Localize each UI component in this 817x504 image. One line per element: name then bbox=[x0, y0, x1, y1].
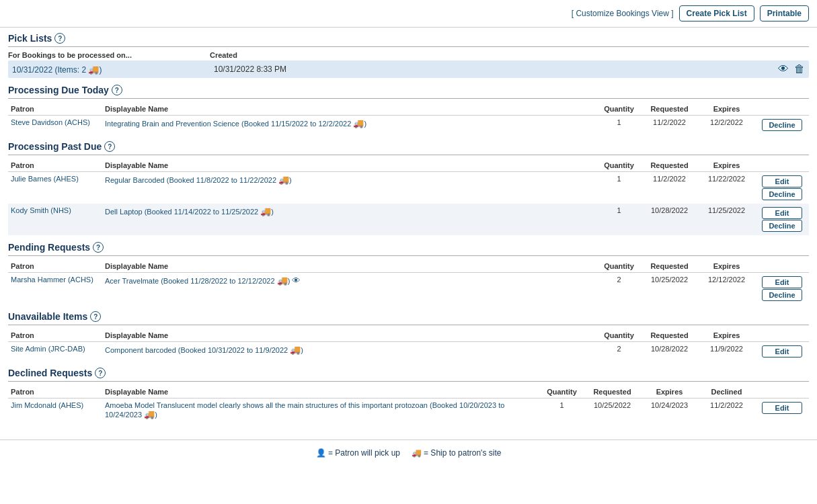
patron-link[interactable]: Jim Mcdonald (AHES) bbox=[11, 401, 83, 409]
processing-past-due-table: Patron Displayable Name Quantity Request… bbox=[8, 159, 809, 235]
th-patron: Patron bbox=[8, 329, 102, 342]
patron-link[interactable]: Steve Davidson (ACHS) bbox=[11, 118, 90, 126]
processing-past-due-title: Processing Past Due ? bbox=[8, 141, 809, 155]
th-expires: Expires bbox=[641, 386, 698, 398]
pick-lists-header: For Bookings to be processed on... Creat… bbox=[8, 51, 809, 59]
decline-button[interactable]: Decline bbox=[762, 220, 802, 232]
edit-button[interactable]: Edit bbox=[762, 402, 802, 414]
th-displayable-name: Displayable Name bbox=[102, 159, 597, 172]
item-name-cell: Acer Travelmate (Booked 11/28/2022 to 12… bbox=[102, 273, 597, 305]
table-row: Marsha Hammer (ACHS) Acer Travelmate (Bo… bbox=[8, 273, 809, 305]
table-row: Jim Mcdonald (AHES) Amoeba Model Translu… bbox=[8, 398, 809, 423]
th-patron: Patron bbox=[8, 159, 102, 172]
declined-requests-help-icon[interactable]: ? bbox=[95, 368, 106, 378]
ship-to-site-label: = Ship to patron's site bbox=[424, 448, 501, 458]
actions-cell: Edit Decline bbox=[755, 273, 809, 305]
item-link[interactable]: Regular Barcoded (Booked 11/8/2022 to 11… bbox=[105, 176, 292, 184]
expires-cell: 11/9/2022 bbox=[698, 342, 755, 362]
pending-requests-title: Pending Requests ? bbox=[8, 242, 809, 256]
unavailable-items-section: Unavailable Items ? Patron Displayable N… bbox=[8, 311, 809, 361]
th-quantity: Quantity bbox=[597, 329, 641, 342]
expires-cell: 11/22/2022 bbox=[698, 172, 755, 204]
th-actions bbox=[755, 329, 809, 342]
item-name-cell: Component barcoded (Booked 10/31/2022 to… bbox=[102, 342, 597, 362]
th-requested: Requested bbox=[641, 329, 698, 342]
th-expires: Expires bbox=[698, 260, 755, 273]
customize-bookings-link[interactable]: [ Customize Bookings View ] bbox=[572, 9, 674, 18]
patron-cell: Site Admin (JRC-DAB) bbox=[8, 342, 102, 362]
edit-button[interactable]: Edit bbox=[762, 207, 802, 219]
item-link[interactable]: Acer Travelmate (Booked 11/28/2022 to 12… bbox=[105, 277, 290, 285]
th-expires: Expires bbox=[698, 159, 755, 172]
view-icon[interactable]: 👁 bbox=[778, 63, 789, 75]
th-quantity: Quantity bbox=[597, 260, 641, 273]
th-patron: Patron bbox=[8, 103, 102, 116]
actions-cell: Decline bbox=[755, 116, 809, 135]
item-link[interactable]: Integrating Brain and Prevention Science… bbox=[105, 120, 366, 128]
truck-icon: 🚚 bbox=[353, 118, 364, 128]
decline-button[interactable]: Decline bbox=[762, 119, 802, 131]
th-quantity: Quantity bbox=[597, 159, 641, 172]
declined-requests-table: Patron Displayable Name Quantity Request… bbox=[8, 386, 809, 422]
actions-cell: Edit Decline bbox=[755, 172, 809, 204]
th-declined: Declined bbox=[698, 386, 755, 398]
item-link[interactable]: Dell Laptop (Booked 11/14/2022 to 11/25/… bbox=[105, 208, 274, 216]
expires-cell: 12/12/2022 bbox=[698, 273, 755, 305]
qty-cell: 1 bbox=[597, 116, 641, 135]
pick-list-date-link[interactable]: 10/31/2022 (Items: 2 🚚) bbox=[12, 65, 102, 75]
patron-link[interactable]: Site Admin (JRC-DAB) bbox=[11, 345, 85, 353]
patron-pickup-label: = Patron will pick up bbox=[328, 448, 400, 458]
patron-link[interactable]: Julie Barnes (AHES) bbox=[11, 175, 79, 183]
requested-cell: 10/25/2022 bbox=[641, 273, 698, 305]
pick-list-date: 10/31/2022 (Items: 2 🚚) bbox=[12, 65, 214, 75]
view-icon[interactable]: 👁 bbox=[292, 276, 301, 286]
truck-icon: 🚚 bbox=[144, 409, 155, 419]
pick-lists-section: Pick Lists ? For Bookings to be processe… bbox=[8, 33, 809, 78]
patron-cell: Julie Barnes (AHES) bbox=[8, 172, 102, 204]
edit-button[interactable]: Edit bbox=[762, 276, 802, 288]
processing-past-due-help-icon[interactable]: ? bbox=[104, 141, 115, 152]
qty-cell: 1 bbox=[540, 398, 584, 423]
delete-icon[interactable]: 🗑 bbox=[794, 63, 805, 75]
requested-cell: 11/2/2022 bbox=[641, 116, 698, 135]
th-actions bbox=[755, 386, 809, 398]
requested-cell: 10/28/2022 bbox=[641, 342, 698, 362]
processing-due-today-help-icon[interactable]: ? bbox=[112, 85, 122, 95]
create-pick-list-button[interactable]: Create Pick List bbox=[679, 5, 754, 22]
requested-cell: 10/25/2022 bbox=[584, 398, 641, 423]
pick-list-row: 10/31/2022 (Items: 2 🚚) 10/31/2022 8:33 … bbox=[8, 60, 809, 78]
edit-button[interactable]: Edit bbox=[762, 345, 802, 358]
unavailable-items-table: Patron Displayable Name Quantity Request… bbox=[8, 329, 809, 361]
th-requested: Requested bbox=[641, 260, 698, 273]
patron-cell: Marsha Hammer (ACHS) bbox=[8, 273, 102, 305]
pending-requests-help-icon[interactable]: ? bbox=[93, 242, 104, 253]
pick-lists-title: Pick Lists ? bbox=[8, 33, 809, 47]
requested-cell: 10/28/2022 bbox=[641, 204, 698, 235]
item-link[interactable]: Amoeba Model Translucent model clearly s… bbox=[105, 401, 504, 419]
declined-cell: 11/2/2022 bbox=[698, 398, 755, 423]
th-patron: Patron bbox=[8, 260, 102, 273]
unavailable-items-help-icon[interactable]: ? bbox=[90, 311, 101, 322]
truck-icon: 🚚 bbox=[260, 206, 271, 216]
decline-button[interactable]: Decline bbox=[762, 289, 802, 301]
qty-cell: 2 bbox=[597, 273, 641, 305]
printable-button[interactable]: Printable bbox=[760, 5, 809, 22]
pick-lists-col1-header: For Bookings to be processed on... bbox=[8, 51, 210, 59]
pick-lists-help-icon[interactable]: ? bbox=[54, 33, 65, 44]
patron-cell: Steve Davidson (ACHS) bbox=[8, 116, 102, 135]
qty-cell: 1 bbox=[597, 204, 641, 235]
item-name-cell: Integrating Brain and Prevention Science… bbox=[102, 116, 597, 135]
edit-button[interactable]: Edit bbox=[762, 175, 802, 187]
decline-button[interactable]: Decline bbox=[762, 188, 802, 200]
th-expires: Expires bbox=[698, 103, 755, 116]
item-link[interactable]: Component barcoded (Booked 10/31/2022 to… bbox=[105, 346, 303, 354]
th-requested: Requested bbox=[641, 103, 698, 116]
th-requested: Requested bbox=[641, 159, 698, 172]
processing-due-today-section: Processing Due Today ? Patron Displayabl… bbox=[8, 85, 809, 134]
unavailable-items-title: Unavailable Items ? bbox=[8, 311, 809, 325]
pick-list-actions: 👁 🗑 bbox=[778, 63, 805, 75]
patron-link[interactable]: Marsha Hammer (ACHS) bbox=[11, 276, 93, 284]
patron-link[interactable]: Kody Smith (NHS) bbox=[11, 206, 71, 214]
item-name-cell: Dell Laptop (Booked 11/14/2022 to 11/25/… bbox=[102, 204, 597, 235]
processing-due-today-title: Processing Due Today ? bbox=[8, 85, 809, 99]
